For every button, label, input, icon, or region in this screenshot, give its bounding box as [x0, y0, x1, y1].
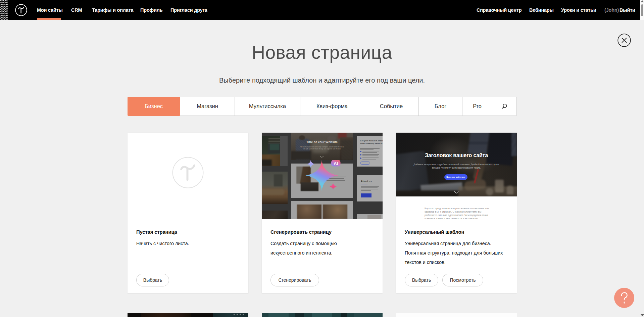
svg-text:AI: AI [334, 161, 338, 166]
